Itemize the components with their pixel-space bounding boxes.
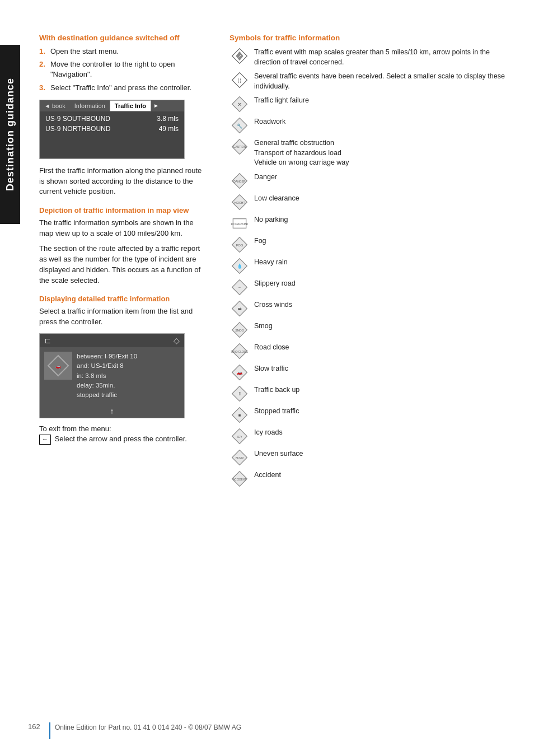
nav-row-1: US-9 SOUTHBOUND 3.8 mls [40,114,184,124]
detail-in: in: 3.8 mls [77,371,137,381]
symbol-icon-12: SMOG [229,321,250,338]
right-section-title: Symbols for traffic information [229,34,517,42]
svg-text:ROAD CLOSED: ROAD CLOSED [231,350,248,353]
symbol-row-7: NO PARKING No parking [229,215,517,232]
svg-text:HEIGHT: HEIGHT [235,200,245,204]
symbol-row-16: ■ Stopped traffic [229,407,517,423]
symbol-row-2: ✕ Traffic light failure [229,96,517,113]
footer-text: Online Edition for Part no. 01 41 0 014 … [55,722,241,733]
symbol-icon-0: ↗ [229,48,250,64]
symbol-icon-15: ⇑ [229,385,250,402]
symbol-row-13: ROAD CLOSED Road close [229,343,517,360]
symbol-desc-4: General traffic obstructionTransport of … [254,138,349,168]
symbol-desc-18: Uneven surface [254,449,303,459]
detail-and: and: US-1/Exit 8 [77,361,137,371]
depiction-title: Depiction of traffic information in map … [39,206,207,214]
exit-line2: ← Select the arrow and press the control… [39,434,207,444]
footer: 162 Online Edition for Part no. 01 41 0 … [28,722,517,739]
svg-text:■: ■ [238,413,241,418]
svg-text:~: ~ [238,285,241,290]
nav-row-2: US-9 NORTHBOUND 49 mls [40,124,184,134]
nav-dist-2: 49 mls [159,125,179,133]
symbol-desc-5: Danger [254,172,277,183]
detail-arrow: ↑ [40,404,184,418]
sidebar-label-text: Destination guidance [4,78,16,191]
symbol-row-11: ⇄ Cross winds [229,300,517,317]
step-2-text: Move the controller to the right to open… [50,59,207,80]
symbol-desc-7: No parking [254,215,288,225]
step-3: 3. Select "Traffic Info" and press the c… [39,83,207,93]
detail-delay: delay: 35min. [77,381,137,390]
main-content: With destination guidance switched off 1… [28,0,534,514]
symbol-icon-7: NO PARKING [229,215,250,232]
exit-line2-text: Select the arrow and press the controlle… [55,435,187,443]
symbol-desc-10: Slippery road [254,279,296,289]
symbol-row-1: ⟨⟩ Several traffic events have been rece… [229,72,517,91]
svg-text:⇑: ⇑ [238,391,242,396]
nav-tab-information: Information [70,101,110,111]
nav-rows: US-9 SOUTHBOUND 3.8 mls US-9 NORTHBOUND … [40,111,184,158]
nav-route-2: US-9 NORTHBOUND [45,125,110,133]
symbol-desc-3: Roadwork [254,117,285,127]
detail-status: stopped traffic [77,390,137,400]
detail-between: between: I-95/Exit 10 [77,352,137,361]
step-2: 2. Move the controller to the right to o… [39,59,207,80]
footer-page-number: 162 [28,722,45,731]
symbol-row-19: ACCIDENT Accident [229,470,517,487]
nav-tab-book: ◄ book [40,101,70,111]
step-2-num: 2. [39,59,47,80]
symbol-row-8: FOG Fog [229,236,517,253]
svg-text:⇄: ⇄ [238,306,242,311]
symbol-row-3: 🔧 Roadwork [229,117,517,134]
footer-divider [49,722,50,739]
steps-list: 1. Open the start menu. 2. Move the cont… [39,46,207,93]
svg-text:↗: ↗ [238,54,242,59]
symbol-icon-19: ACCIDENT [229,470,250,487]
symbol-desc-17: Icy roads [254,428,283,438]
displaying-text: Select a traffic information item from t… [39,306,207,328]
symbol-row-5: DANGER Danger [229,172,517,189]
symbols-list: ↗ Traffic event with map scales greater … [229,48,517,487]
svg-text:FOG: FOG [236,243,243,246]
svg-text:BUMP: BUMP [236,456,244,459]
step-1-num: 1. [39,46,47,57]
symbol-row-0: ↗ Traffic event with map scales greater … [229,48,517,67]
svg-text:ACCIDENT: ACCIDENT [233,478,246,480]
right-column: Symbols for traffic information ↗ Traffi… [224,34,517,492]
svg-text:🔧: 🔧 [237,123,243,129]
svg-text:🚗: 🚗 [55,363,61,369]
symbol-row-9: 💧 Heavy rain [229,258,517,274]
symbol-row-6: HEIGHT Low clearance [229,194,517,211]
symbol-icon-10: ~ [229,279,250,296]
sidebar-label: Destination guidance [0,45,20,224]
detail-screen: ⊏ ◇ 🚗 between: I-95/Exit 10 and: US-1/Ex… [39,333,185,418]
symbol-desc-15: Traffic back up [254,385,299,395]
step-1: 1. Open the start menu. [39,46,207,57]
detail-header: ⊏ ◇ [40,334,184,347]
left-column: With destination guidance switched off 1… [39,34,207,492]
symbol-desc-14: Slow traffic [254,364,288,374]
svg-text:ICY: ICY [237,435,242,438]
symbol-icon-16: ■ [229,407,250,423]
svg-text:DANGER: DANGER [233,179,246,183]
svg-text:⟨⟩: ⟨⟩ [237,78,242,83]
symbol-row-15: ⇑ Traffic back up [229,385,517,402]
svg-text:✕: ✕ [237,101,242,108]
back-icon: ⊏ [44,336,51,345]
exit-arrow-icon: ← [39,435,51,444]
nav-tab-arrow: ► [151,101,161,110]
symbol-icon-6: HEIGHT [229,194,250,211]
svg-text:NO PARKING: NO PARKING [231,222,248,226]
symbol-desc-0: Traffic event with map scales greater th… [254,48,517,67]
symbol-icon-4: CAUTION [229,138,250,155]
exit-line1: To exit from the menu: [39,424,207,434]
svg-text:💧: 💧 [237,263,243,269]
left-section-title: With destination guidance switched off [39,34,207,42]
symbol-icon-2: ✕ [229,96,250,113]
symbol-icon-5: DANGER [229,172,250,189]
symbol-icon-14: 🚗 [229,364,250,381]
symbol-desc-11: Cross winds [254,300,292,310]
symbol-icon-9: 💧 [229,258,250,274]
symbol-row-18: BUMP Uneven surface [229,449,517,466]
symbol-desc-19: Accident [254,470,281,480]
